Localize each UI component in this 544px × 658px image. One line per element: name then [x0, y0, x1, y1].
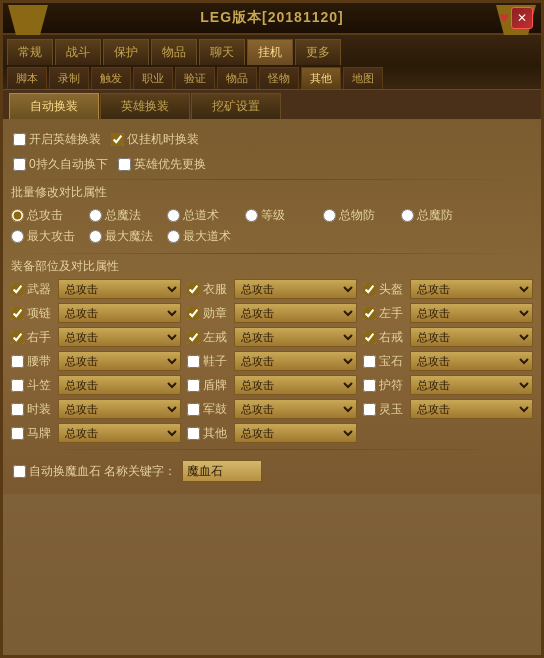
equip-helmet-checkbox[interactable] — [363, 283, 376, 296]
tab2-verify[interactable]: 验证 — [175, 67, 215, 89]
tab-items[interactable]: 物品 — [151, 39, 197, 65]
radio-max-attack-label: 最大攻击 — [27, 228, 75, 245]
equip-gem: 宝石 总攻击 — [363, 351, 533, 371]
equip-leftring-checkbox[interactable] — [187, 331, 200, 344]
radio-total-magic[interactable]: 总魔法 — [89, 207, 159, 224]
equip-helmet-label: 头盔 — [379, 281, 407, 298]
tab2-map[interactable]: 地图 — [343, 67, 383, 89]
subtab-hero-equip[interactable]: 英雄换装 — [100, 93, 190, 119]
tab-combat[interactable]: 战斗 — [55, 39, 101, 65]
radio-total-attack-input[interactable] — [11, 209, 24, 222]
radio-total-pdef[interactable]: 总物防 — [323, 207, 393, 224]
radio-total-attack[interactable]: 总攻击 — [11, 207, 81, 224]
equip-helmet-select[interactable]: 总攻击 — [410, 279, 533, 299]
tab2-trigger[interactable]: 触发 — [91, 67, 131, 89]
hero-priority-checkbox[interactable] — [118, 158, 131, 171]
equip-weapon-checkbox[interactable] — [11, 283, 24, 296]
tab-afk[interactable]: 挂机 — [247, 39, 293, 65]
radio-max-magic-input[interactable] — [89, 230, 102, 243]
radio-max-attack[interactable]: 最大攻击 — [11, 228, 81, 245]
keyword-input[interactable] — [182, 460, 262, 482]
equip-rightring-checkbox[interactable] — [363, 331, 376, 344]
radio-max-attack-input[interactable] — [11, 230, 24, 243]
close-button[interactable]: ✕ — [511, 7, 533, 29]
equip-clothes-select[interactable]: 总攻击 — [234, 279, 357, 299]
tab2-item[interactable]: 物品 — [217, 67, 257, 89]
equip-belt-checkbox[interactable] — [11, 355, 24, 368]
equip-horse-checkbox[interactable] — [11, 427, 24, 440]
subtab-auto-equip[interactable]: 自动换装 — [9, 93, 99, 119]
tab-chat[interactable]: 聊天 — [199, 39, 245, 65]
nav-tabs-2: 脚本 录制 触发 职业 验证 物品 怪物 其他 地图 — [3, 65, 541, 90]
equip-jade-select[interactable]: 总攻击 — [410, 399, 533, 419]
equip-weapon-select[interactable]: 总攻击 — [58, 279, 181, 299]
radio-total-magic-label: 总魔法 — [105, 207, 141, 224]
radio-max-magic[interactable]: 最大魔法 — [89, 228, 159, 245]
equip-charm-checkbox[interactable] — [363, 379, 376, 392]
hero-priority-checkbox-label[interactable]: 英雄优先更换 — [118, 156, 206, 173]
tab2-class[interactable]: 职业 — [133, 67, 173, 89]
equip-drum-select[interactable]: 总攻击 — [234, 399, 357, 419]
auto-bloodstone-label[interactable]: 自动换魔血石 名称关键字： — [13, 463, 176, 480]
equip-righthand-checkbox[interactable] — [11, 331, 24, 344]
radio-max-magic-label: 最大魔法 — [105, 228, 153, 245]
tab2-script[interactable]: 脚本 — [7, 67, 47, 89]
radio-total-mdef-input[interactable] — [401, 209, 414, 222]
open-hero-label: 开启英雄换装 — [29, 131, 101, 148]
equip-badge-checkbox[interactable] — [187, 307, 200, 320]
equip-hat-checkbox[interactable] — [11, 379, 24, 392]
radio-level-input[interactable] — [245, 209, 258, 222]
radio-max-tao[interactable]: 最大道术 — [167, 228, 237, 245]
equip-horse: 马牌 总攻击 — [11, 423, 181, 443]
open-hero-checkbox[interactable] — [13, 133, 26, 146]
equip-rightring-select[interactable]: 总攻击 — [410, 327, 533, 347]
equip-lefthand-select[interactable]: 总攻击 — [410, 303, 533, 323]
tab2-other[interactable]: 其他 — [301, 67, 341, 89]
equip-other-select[interactable]: 总攻击 — [234, 423, 357, 443]
radio-group-2: 最大攻击 最大魔法 最大道术 — [11, 226, 533, 247]
equip-charm-select[interactable]: 总攻击 — [410, 375, 533, 395]
equip-lefthand-checkbox[interactable] — [363, 307, 376, 320]
equip-shoes-checkbox[interactable] — [187, 355, 200, 368]
equip-drum-checkbox[interactable] — [187, 403, 200, 416]
tab-protect[interactable]: 保护 — [103, 39, 149, 65]
open-hero-checkbox-label[interactable]: 开启英雄换装 — [13, 131, 101, 148]
radio-level[interactable]: 等级 — [245, 207, 315, 224]
equip-shield-label: 盾牌 — [203, 377, 231, 394]
radio-total-pdef-input[interactable] — [323, 209, 336, 222]
equip-gem-checkbox[interactable] — [363, 355, 376, 368]
subtab-mining[interactable]: 挖矿设置 — [191, 93, 281, 119]
tab-more[interactable]: 更多 — [295, 39, 341, 65]
equip-fashion-checkbox[interactable] — [11, 403, 24, 416]
equip-righthand-select[interactable]: 总攻击 — [58, 327, 181, 347]
tab2-monster[interactable]: 怪物 — [259, 67, 299, 89]
equip-gem-select[interactable]: 总攻击 — [410, 351, 533, 371]
auto-switch-checkbox-label[interactable]: 0持久自动换下 — [13, 156, 108, 173]
equip-badge-select[interactable]: 总攻击 — [234, 303, 357, 323]
radio-max-tao-input[interactable] — [167, 230, 180, 243]
equip-shield-checkbox[interactable] — [187, 379, 200, 392]
tab2-record[interactable]: 录制 — [49, 67, 89, 89]
equip-fashion-select[interactable]: 总攻击 — [58, 399, 181, 419]
radio-total-mdef[interactable]: 总魔防 — [401, 207, 471, 224]
auto-bloodstone-checkbox[interactable] — [13, 465, 26, 478]
equip-hat-select[interactable]: 总攻击 — [58, 375, 181, 395]
equip-jade-checkbox[interactable] — [363, 403, 376, 416]
radio-total-magic-input[interactable] — [89, 209, 102, 222]
hero-priority-label: 英雄优先更换 — [134, 156, 206, 173]
equip-necklace-checkbox[interactable] — [11, 307, 24, 320]
equip-horse-select[interactable]: 总攻击 — [58, 423, 181, 443]
equip-other-checkbox[interactable] — [187, 427, 200, 440]
equip-shield-select[interactable]: 总攻击 — [234, 375, 357, 395]
only-mount-checkbox[interactable] — [111, 133, 124, 146]
radio-total-tao[interactable]: 总道术 — [167, 207, 237, 224]
equip-belt-select[interactable]: 总攻击 — [58, 351, 181, 371]
radio-total-tao-input[interactable] — [167, 209, 180, 222]
tab-normal[interactable]: 常规 — [7, 39, 53, 65]
equip-leftring-select[interactable]: 总攻击 — [234, 327, 357, 347]
equip-shoes-select[interactable]: 总攻击 — [234, 351, 357, 371]
equip-clothes-checkbox[interactable] — [187, 283, 200, 296]
only-mount-checkbox-label[interactable]: 仅挂机时换装 — [111, 131, 199, 148]
auto-switch-checkbox[interactable] — [13, 158, 26, 171]
equip-necklace-select[interactable]: 总攻击 — [58, 303, 181, 323]
